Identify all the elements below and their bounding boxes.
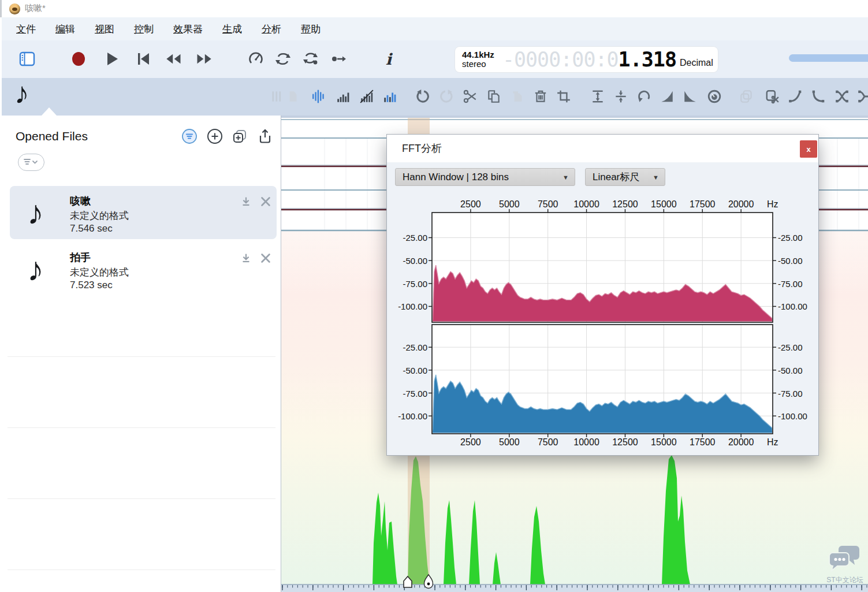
curve-down-icon[interactable] <box>811 89 826 104</box>
loop-selection-button[interactable] <box>302 50 319 68</box>
fft-y-tick-label: -100.00 <box>778 411 807 421</box>
close-file-icon[interactable] <box>259 252 272 265</box>
sample-rate-label: 44.1kHz stereo <box>462 50 494 69</box>
file-filter-pill[interactable] <box>18 154 44 171</box>
fade-in-button[interactable] <box>660 89 675 104</box>
menu-bar: 文件 编辑 视图 控制 效果器 生成 分析 帮助 <box>2 17 868 40</box>
title-bar: 咳嗽* <box>0 0 868 17</box>
play-from-cursor-button[interactable] <box>330 50 347 68</box>
fft-y-tick-label: -100.00 <box>393 301 427 311</box>
playback-speed-icon[interactable] <box>247 50 265 68</box>
paste-button <box>510 89 525 104</box>
record-button[interactable] <box>70 50 87 68</box>
curve-up-icon[interactable] <box>788 89 803 104</box>
loop-button[interactable] <box>274 50 292 68</box>
menu-edit[interactable]: 编辑 <box>55 23 75 36</box>
volume-slider[interactable] <box>789 54 868 62</box>
fft-x-tick-label: 5000 <box>499 437 520 448</box>
save-file-icon[interactable] <box>240 195 252 208</box>
fft-analysis-dialog[interactable]: FFT分析 x Hann Window | 128 bins ▼ Linear标… <box>387 135 818 455</box>
menu-generate[interactable]: 生成 <box>222 23 242 36</box>
export-file-button[interactable] <box>257 128 273 144</box>
fft-x-tick-label: 7500 <box>538 437 558 448</box>
list-separator <box>8 427 275 428</box>
undo-button[interactable] <box>415 89 430 104</box>
cut-button[interactable] <box>463 89 478 104</box>
menu-file[interactable]: 文件 <box>16 23 36 36</box>
file-duration: 7.546 sec <box>70 223 113 234</box>
audio-burst-peak <box>530 506 545 584</box>
y-split-icon[interactable] <box>857 89 868 104</box>
view-waveform-icon[interactable] <box>311 89 326 104</box>
fft-x-axis-unit: Hz <box>767 437 778 448</box>
play-button[interactable] <box>103 50 121 68</box>
fft-y-tick-label: -25.00 <box>778 233 803 243</box>
fft-y-tick-label: -50.00 <box>393 365 427 375</box>
fft-x-tick-label: 10000 <box>573 437 599 448</box>
fft-x-tick-label: 15000 <box>651 437 677 448</box>
audio-burst-peak <box>662 455 690 584</box>
fft-y-tick-label: -50.00 <box>778 365 803 375</box>
trim-button[interactable] <box>556 89 571 104</box>
info-button[interactable]: i <box>380 50 397 68</box>
sidebar-toggle-button[interactable] <box>18 50 36 68</box>
music-note-icon: ♪ <box>27 187 44 238</box>
audio-burst-peak <box>469 500 480 584</box>
save-file-icon[interactable] <box>240 252 252 265</box>
fade-out-button[interactable] <box>683 89 698 104</box>
fft-x-tick-label: 17500 <box>690 437 716 448</box>
file-format: 未定义的格式 <box>70 209 129 222</box>
fft-x-tick-label: 5000 <box>499 199 520 210</box>
fft-x-tick-label: 12500 <box>612 437 638 448</box>
menu-view[interactable]: 视图 <box>95 23 114 36</box>
skip-to-start-button[interactable] <box>135 50 152 68</box>
copy-button[interactable] <box>486 89 501 104</box>
music-note-icon: ♪ <box>27 244 44 295</box>
menu-effects[interactable]: 效果器 <box>173 23 203 36</box>
active-file-note-icon[interactable]: ♪ <box>14 75 29 112</box>
fft-x-tick-label: 10000 <box>573 199 599 210</box>
reverse-button[interactable] <box>636 89 651 104</box>
crossfade-icon[interactable] <box>835 89 850 104</box>
amplify-button[interactable] <box>590 89 605 104</box>
file-item[interactable]: ♪ 咳嗽 未定义的格式 7.546 sec <box>10 186 277 239</box>
menu-control[interactable]: 控制 <box>134 23 154 36</box>
page-disabled-icon <box>285 89 300 104</box>
app-logo-icon <box>9 3 20 14</box>
fft-y-tick-label: -25.00 <box>393 342 427 352</box>
fft-y-tick-label: -75.00 <box>393 278 427 288</box>
normalize-knob-button[interactable] <box>707 89 722 104</box>
filter-files-button[interactable] <box>181 128 198 144</box>
fft-x-tick-label: 2500 <box>460 199 481 210</box>
attenuate-button[interactable] <box>613 89 628 104</box>
add-file-button[interactable] <box>207 128 223 144</box>
transport-toolbar: i 44.1kHz stereo -0000:00:0 1.318 Decima… <box>2 40 868 78</box>
menu-help[interactable]: 帮助 <box>301 23 321 36</box>
view-combined-icon[interactable] <box>382 89 397 104</box>
active-tab-pointer <box>42 107 57 116</box>
fft-x-tick-label: 2500 <box>460 437 481 448</box>
delete-button[interactable] <box>533 89 548 104</box>
file-name: 咳嗽 <box>70 194 91 208</box>
close-file-icon[interactable] <box>259 195 272 208</box>
audio-burst-peak <box>493 552 501 584</box>
fft-x-tick-label: 20000 <box>728 437 754 448</box>
file-item[interactable]: ♪ 拍手 未定义的格式 7.523 sec <box>10 243 277 296</box>
time-display[interactable]: 44.1kHz stereo -0000:00:0 1.318 Decimal <box>455 47 718 72</box>
view-spectrum-off-icon[interactable] <box>359 89 374 104</box>
chat-bubbles-icon <box>828 545 862 572</box>
audio-burst-peak <box>444 500 456 584</box>
list-separator <box>8 356 275 357</box>
fft-x-tick-label: 15000 <box>651 199 677 210</box>
menu-analysis[interactable]: 分析 <box>262 23 281 36</box>
file-duration: 7.523 sec <box>70 280 113 291</box>
paste-cut-icon[interactable] <box>765 89 780 104</box>
fft-y-tick-label: -50.00 <box>393 256 427 266</box>
watermark-text: ST中文论坛 <box>823 575 867 585</box>
duplicate-file-button[interactable] <box>232 128 248 144</box>
pipes-icon[interactable] <box>269 89 284 104</box>
rewind-button[interactable] <box>165 50 182 68</box>
opened-files-title: Opened Files <box>16 129 88 143</box>
fast-forward-button[interactable] <box>196 50 213 68</box>
view-spectrum-icon[interactable] <box>336 89 351 104</box>
